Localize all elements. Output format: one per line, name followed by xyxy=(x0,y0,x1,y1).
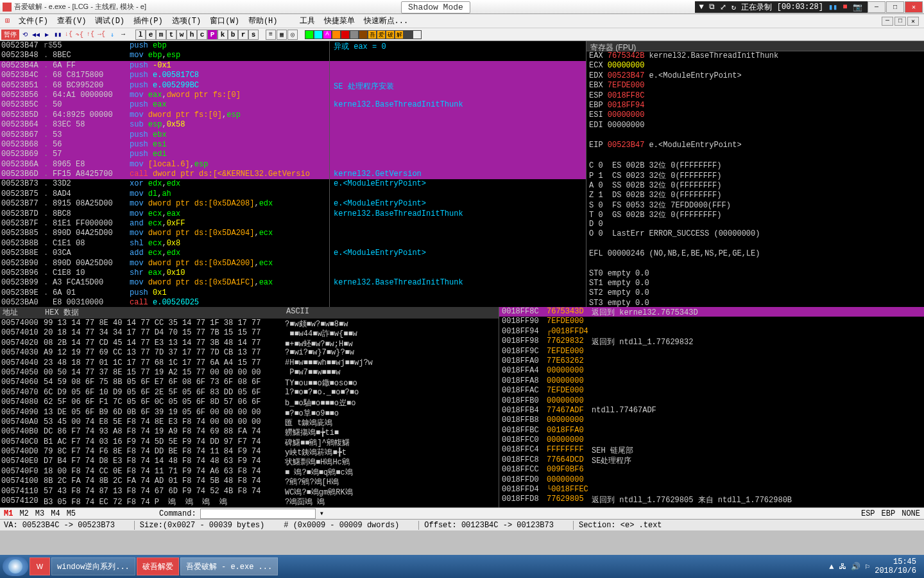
hex-row[interactable]: 0057409013 DE 05 6F B9 6D 0B 6F 39 19 05… xyxy=(0,408,499,417)
resize-icon[interactable]: ⤢ xyxy=(720,3,726,12)
register-row[interactable]: EAX 7675342B kernel32.BaseThreadInitThun… xyxy=(586,51,924,61)
mdi-min-button[interactable]: ─ xyxy=(882,17,893,26)
task-notepad[interactable]: window逆向系列... xyxy=(51,557,135,575)
disasm-row[interactable]: 00523B68.56push esi xyxy=(0,140,329,150)
stack-row[interactable]: 0018FF94┌0018FFD4 xyxy=(499,327,924,337)
disasm-row[interactable]: 00523B9E.6A 01push 0x1 xyxy=(0,288,329,298)
lb-c[interactable]: c xyxy=(197,30,207,40)
target-icon[interactable]: ◎ xyxy=(287,30,298,40)
stack-row[interactable]: 0018FF9C7EFDE000 xyxy=(499,347,924,356)
disasm-row[interactable]: 00523B48.8BECmov ebp,esp xyxy=(0,51,329,60)
disasm-row[interactable]: 00523B5D.64:8925 00000mov dword ptr fs:[… xyxy=(0,110,329,120)
register-row[interactable]: ST1 empty 0.0 xyxy=(586,279,924,288)
close-button[interactable]: ✕ xyxy=(905,1,923,13)
hex-panel[interactable]: 地址 HEX 数据 ASCII 0057400099 13 14 77 8E 4… xyxy=(0,307,499,507)
disasm-row[interactable]: 00523B99.A3 FCA15D00mov dword ptr ds:[0x… xyxy=(0,278,329,288)
restart-icon[interactable]: ⟲ xyxy=(20,30,30,40)
command-input[interactable] xyxy=(200,509,316,519)
lb-s[interactable]: s xyxy=(248,30,259,40)
cb-a[interactable]: A xyxy=(323,30,332,39)
play-icon[interactable]: ▶ xyxy=(42,30,52,40)
cb-gray[interactable] xyxy=(350,30,359,39)
disassembly-panel[interactable]: 00523B47r$55push ebp00523B48.8BECmov ebp… xyxy=(0,41,330,307)
grid-icon[interactable]: ▦ xyxy=(277,30,287,40)
register-row[interactable] xyxy=(586,259,924,268)
back-icon[interactable]: ◀◀ xyxy=(31,30,41,40)
menu-window[interactable]: 窗口(W) xyxy=(210,15,239,26)
lb-w[interactable]: w xyxy=(176,30,187,40)
hex-row[interactable]: 005740B0DC 86 F7 74 93 A8 F8 74 19 A9 F8… xyxy=(0,427,499,437)
camera-icon[interactable]: 📷 xyxy=(853,3,862,12)
stack-row[interactable]: 0018FFBC0018FFA0 xyxy=(499,426,924,435)
menu-tools[interactable]: 工具 xyxy=(300,15,315,26)
stack-row[interactable]: 0018FFAC7EFDE000 xyxy=(499,386,924,396)
register-row[interactable]: ECX 00000000 xyxy=(586,61,924,71)
cb-w2[interactable]: 爱 xyxy=(377,30,386,39)
stack-row[interactable]: 0018FFB477467ADFntdll.77467ADF xyxy=(499,406,924,416)
disasm-row[interactable]: 00523B75.8AD4mov dl,ah xyxy=(0,189,329,199)
disasm-row[interactable]: 00523B5C.50push eax xyxy=(0,100,329,110)
stack-row[interactable]: 0018FFB800000000 xyxy=(499,416,924,425)
hex-row[interactable]: 00574030A9 12 19 77 69 CC 13 77 7D 37 17… xyxy=(0,348,499,358)
register-row[interactable]: ESP 0018FF8C xyxy=(586,91,924,101)
disasm-row[interactable]: 00523B51.68 BC995200push e.005299BC xyxy=(0,81,329,91)
disasm-row[interactable]: 00523B73.33D2xor edx,edx xyxy=(0,179,329,189)
menu-breakpoint[interactable]: 快速断点... xyxy=(364,15,409,26)
register-row[interactable]: ESI 00000000 xyxy=(586,110,924,120)
trace-icon[interactable]: ⇓ xyxy=(107,30,117,40)
pause-button[interactable]: 暂停 xyxy=(1,30,19,40)
register-row[interactable]: C 0 ES 002B 32位 0(FFFFFFFF) xyxy=(586,160,924,170)
lb-t[interactable]: t xyxy=(166,30,176,40)
stack-row[interactable]: 0018FFC000000000 xyxy=(499,435,924,445)
task-debugger[interactable]: 吾爱破解 - e.exe ... xyxy=(180,557,278,575)
register-row[interactable] xyxy=(586,130,924,140)
cb-light[interactable] xyxy=(413,30,422,39)
register-row[interactable]: ST2 empty 0.0 xyxy=(586,288,924,298)
disasm-row[interactable]: 00523B4C.68 C8175800push e.005817C8 xyxy=(0,71,329,80)
stop-icon[interactable]: ■ xyxy=(843,3,847,12)
marker-5[interactable]: M5 xyxy=(67,509,76,518)
hex-row[interactable]: 0057404023 48 18 77 01 1C 17 77 68 1C 17… xyxy=(0,358,499,368)
cb-w1[interactable]: 吾 xyxy=(368,30,377,39)
lb-l[interactable]: l xyxy=(135,30,146,40)
cb-orange[interactable] xyxy=(332,30,341,39)
tray-icons[interactable]: ▲ 🖧 🔊 ⚐ xyxy=(829,562,869,572)
hex-row[interactable]: 0057400099 13 14 77 8E 40 14 77 CC 35 14… xyxy=(0,319,499,328)
stepout-icon[interactable]: ↑{ xyxy=(85,30,96,40)
comments-panel[interactable]: 异或 eax = 0SE 处理程序安装kernel32.BaseThreadIn… xyxy=(330,41,586,307)
cb-dark[interactable] xyxy=(404,30,413,39)
register-row[interactable]: D 0 xyxy=(586,220,924,229)
disasm-row[interactable]: 00523B69.57push edi xyxy=(0,150,329,159)
menu-plugin[interactable]: 插件(P) xyxy=(133,15,163,26)
register-row[interactable]: A 0 SS 002B 32位 0(FFFFFFFF) xyxy=(586,180,924,189)
window-icon[interactable]: ⧉ xyxy=(709,3,715,12)
marker-1[interactable]: M1 xyxy=(4,509,13,518)
minimize-button[interactable]: ─ xyxy=(868,1,886,13)
maximize-button[interactable]: □ xyxy=(886,1,904,13)
stack-row[interactable]: 0018FFA800000000 xyxy=(499,376,924,386)
hex-row[interactable]: 005740D079 8C F7 74 F6 8E F8 74 DD BE F8… xyxy=(0,447,499,457)
hex-row[interactable]: 005740A053 45 00 74 E8 5E F8 74 8E E3 F8… xyxy=(0,417,499,427)
register-row[interactable]: T 0 GS 002B 32位 0(FFFFFFFF) xyxy=(586,209,924,219)
system-tray[interactable]: ▲ 🖧 🔊 ⚐ 15:452018/10/6 xyxy=(829,557,921,575)
cb-w3[interactable]: 破 xyxy=(386,30,395,39)
register-row[interactable]: EFL 00000246 (NO,NB,E,BE,NS,PE,GE,LE) xyxy=(586,249,924,259)
hex-row[interactable]: 005741008B 2C FA 74 8B 2C FA 74 AD 01 F8… xyxy=(0,477,499,486)
list-icon[interactable]: ≡ xyxy=(266,30,276,40)
menu-debug[interactable]: 调试(D) xyxy=(95,15,124,26)
register-row[interactable]: Z 1 DS 002B 32位 0(FFFFFFFF) xyxy=(586,189,924,199)
hex-row[interactable]: 005740E0D7 B4 F7 74 D8 E3 F8 74 14 48 F8… xyxy=(0,457,499,466)
cmd-dropdown-icon[interactable]: ▾ xyxy=(320,509,324,518)
disasm-row[interactable]: 00523B7D.8BC8mov ecx,eax xyxy=(0,209,329,219)
register-row[interactable]: ST0 empty 0.0 xyxy=(586,269,924,279)
lb-p[interactable]: P xyxy=(207,30,218,40)
stack-row[interactable]: 0018FF8C7675343D返回到 kernel32.7675343D xyxy=(499,307,924,317)
disasm-row[interactable]: 00523B4A.6A FFpush -0x1 xyxy=(0,61,329,71)
menu-quick[interactable]: 快捷菜单 xyxy=(324,15,355,26)
marker-4[interactable]: M4 xyxy=(51,509,60,518)
disasm-row[interactable]: 00523BA0E8 00310000call e.00526D25 xyxy=(0,298,329,307)
hex-row[interactable]: 005740706C D9 05 6F 10 D9 05 6F 2E 5F 05… xyxy=(0,388,499,398)
menu-help[interactable]: 帮助(H) xyxy=(248,15,278,26)
lb-b[interactable]: b xyxy=(228,30,238,40)
register-row[interactable]: P 1 CS 0023 32位 0(FFFFFFFF) xyxy=(586,170,924,180)
